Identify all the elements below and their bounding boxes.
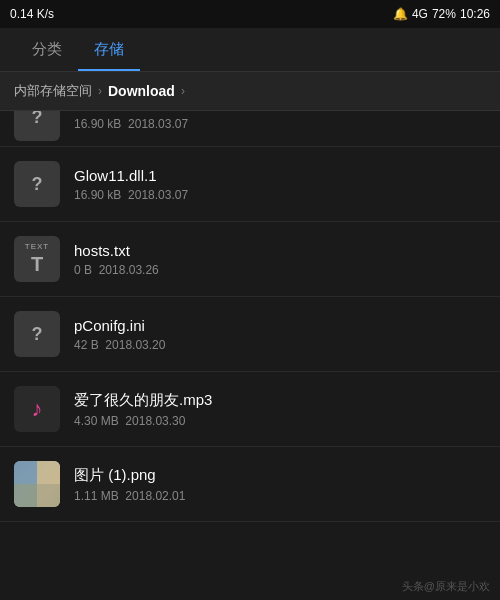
file-meta: 1.11 MB 2018.02.01 [74, 489, 486, 503]
tab-storage[interactable]: 存储 [78, 28, 140, 71]
breadcrumb-chevron: › [98, 84, 102, 98]
file-name: 爱了很久的朋友.mp3 [74, 391, 486, 410]
breadcrumb-parent[interactable]: 内部存储空间 [14, 82, 92, 100]
time-display: 10:26 [460, 7, 490, 21]
file-name: 图片 (1).png [74, 466, 486, 485]
file-meta: 16.90 kB 2018.03.07 [74, 188, 486, 202]
file-info: 图片 (1).png 1.11 MB 2018.02.01 [74, 466, 486, 503]
unknown-icon-char: ? [32, 111, 43, 128]
file-info: 爱了很久的朋友.mp3 4.30 MB 2018.03.30 [74, 391, 486, 428]
list-item[interactable]: ♪ 爱了很久的朋友.mp3 4.30 MB 2018.03.30 [0, 372, 500, 447]
file-name: hosts.txt [74, 242, 486, 259]
status-icons: 🔔 4G 72% 10:26 [393, 7, 490, 21]
breadcrumb-chevron-end: › [181, 84, 185, 98]
file-type-icon: ♪ [14, 386, 60, 432]
file-meta: 4.30 MB 2018.03.30 [74, 414, 486, 428]
music-icon: ♪ [32, 396, 43, 422]
file-info: 16.90 kB 2018.03.07 [74, 117, 486, 131]
tab-classify[interactable]: 分类 [16, 28, 78, 71]
file-type-icon [14, 461, 60, 507]
file-list: ? 16.90 kB 2018.03.07 ? Glow11.dll.1 16.… [0, 111, 500, 593]
thumb-cell [37, 484, 60, 507]
text-file-label: TEXT [25, 242, 49, 251]
unknown-icon-char: ? [32, 174, 43, 195]
file-type-icon: ? [14, 111, 60, 141]
file-name: Glow11.dll.1 [74, 167, 486, 184]
tab-bar: 分类 存储 [0, 28, 500, 72]
list-item[interactable]: TEXT T hosts.txt 0 B 2018.03.26 [0, 222, 500, 297]
image-thumbnail [14, 461, 60, 507]
text-file-char: T [31, 253, 43, 276]
list-item[interactable]: ? 16.90 kB 2018.03.07 [0, 111, 500, 147]
network-speed: 0.14 K/s [10, 7, 54, 21]
status-bar: 0.14 K/s 🔔 4G 72% 10:26 [0, 0, 500, 28]
unknown-icon-char: ? [32, 324, 43, 345]
file-info: hosts.txt 0 B 2018.03.26 [74, 242, 486, 277]
file-type-icon: ? [14, 311, 60, 357]
mute-icon: 🔔 [393, 7, 408, 21]
file-type-icon: ? [14, 161, 60, 207]
breadcrumb: 内部存储空间 › Download › [0, 72, 500, 111]
file-info: pConifg.ini 42 B 2018.03.20 [74, 317, 486, 352]
bottom-logo: 头条@原来是小欢 [392, 573, 500, 600]
file-type-icon: TEXT T [14, 236, 60, 282]
file-info: Glow11.dll.1 16.90 kB 2018.03.07 [74, 167, 486, 202]
thumb-cell [14, 461, 37, 484]
breadcrumb-current: Download [108, 83, 175, 99]
list-item[interactable]: 图片 (1).png 1.11 MB 2018.02.01 [0, 447, 500, 522]
signal-icon: 4G [412, 7, 428, 21]
battery-icon: 72% [432, 7, 456, 21]
thumb-cell [14, 484, 37, 507]
file-meta: 0 B 2018.03.26 [74, 263, 486, 277]
file-meta: 16.90 kB 2018.03.07 [74, 117, 486, 131]
file-meta: 42 B 2018.03.20 [74, 338, 486, 352]
thumb-cell [37, 461, 60, 484]
file-name: pConifg.ini [74, 317, 486, 334]
list-item[interactable]: ? Glow11.dll.1 16.90 kB 2018.03.07 [0, 147, 500, 222]
list-item[interactable]: ? pConifg.ini 42 B 2018.03.20 [0, 297, 500, 372]
